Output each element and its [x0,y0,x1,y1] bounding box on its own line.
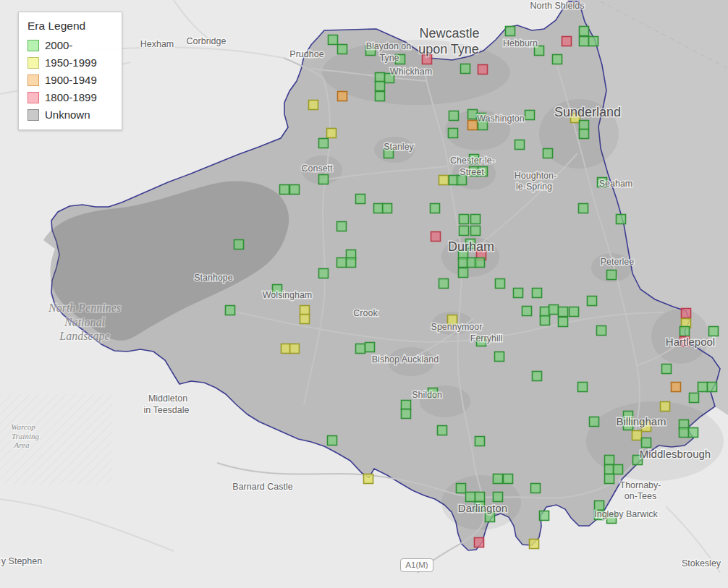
era-marker-g[interactable] [347,258,356,268]
era-marker-g[interactable] [590,417,599,427]
era-marker-g[interactable] [506,27,515,36]
era-marker-g[interactable] [580,129,589,139]
era-marker-g[interactable] [471,215,481,224]
era-marker-g[interactable] [319,175,329,184]
era-marker-g[interactable] [466,493,475,502]
era-marker-y[interactable] [364,474,373,484]
era-marker-g[interactable] [468,110,478,119]
era-marker-g[interactable] [290,185,300,195]
era-marker-g[interactable] [522,307,532,316]
era-marker-g[interactable] [337,222,347,231]
era-marker-g[interactable] [662,365,672,374]
era-marker-g[interactable] [471,226,481,236]
era-marker-g[interactable] [514,289,523,298]
era-marker-g[interactable] [541,307,550,317]
era-marker-g[interactable] [515,140,525,150]
era-marker-g[interactable] [356,195,365,204]
era-marker-g[interactable] [580,37,589,46]
era-marker-g[interactable] [680,327,690,336]
era-marker-g[interactable] [543,149,553,158]
era-marker-o[interactable] [338,92,347,101]
era-marker-g[interactable] [365,343,375,352]
era-marker-g[interactable] [680,428,689,438]
era-marker-r[interactable] [682,309,691,318]
era-marker-y[interactable] [290,344,300,354]
era-marker-g[interactable] [494,474,503,484]
era-marker-r[interactable] [562,37,572,46]
era-marker-g[interactable] [374,204,384,213]
era-marker-g[interactable] [614,465,623,474]
era-marker-g[interactable] [475,437,485,446]
era-marker-g[interactable] [698,383,708,392]
era-marker-g[interactable] [570,307,579,317]
era-marker-g[interactable] [578,383,588,392]
era-marker-g[interactable] [457,484,466,493]
era-marker-g[interactable] [460,226,469,236]
era-marker-r[interactable] [475,538,484,547]
era-marker-g[interactable] [402,409,411,419]
era-marker-y[interactable] [327,129,337,138]
era-marker-g[interactable] [461,64,470,74]
era-marker-g[interactable] [533,289,542,298]
era-marker-g[interactable] [689,428,698,438]
era-marker-g[interactable] [617,215,626,224]
era-marker-g[interactable] [496,279,505,289]
era-marker-o[interactable] [672,383,681,392]
era-marker-g[interactable] [449,111,459,121]
era-marker-g[interactable] [580,121,589,130]
era-marker-y[interactable] [282,344,291,354]
era-marker-g[interactable] [438,426,447,435]
era-marker-g[interactable] [226,306,235,315]
era-marker-g[interactable] [605,465,614,474]
era-marker-g[interactable] [319,139,329,148]
era-marker-g[interactable] [376,92,385,101]
era-marker-r[interactable] [478,65,488,74]
era-marker-g[interactable] [319,269,329,278]
era-marker-g[interactable] [439,279,449,289]
era-marker-r[interactable] [431,232,441,242]
era-marker-g[interactable] [356,344,365,354]
era-marker-g[interactable] [475,258,485,268]
era-marker-g[interactable] [431,204,440,213]
era-marker-g[interactable] [559,318,568,327]
era-marker-g[interactable] [531,484,541,493]
era-marker-y[interactable] [300,315,310,324]
era-marker-g[interactable] [459,258,468,268]
era-marker-g[interactable] [494,493,503,502]
era-marker-g[interactable] [459,268,468,278]
era-marker-g[interactable] [607,270,617,280]
era-marker-g[interactable] [376,73,385,82]
era-marker-g[interactable] [504,474,513,484]
era-marker-g[interactable] [495,352,504,362]
era-marker-y[interactable] [309,101,318,110]
era-marker-y[interactable] [632,431,642,440]
era-marker-g[interactable] [234,240,244,250]
era-marker-g[interactable] [525,111,535,120]
era-marker-g[interactable] [605,456,614,465]
era-marker-g[interactable] [690,393,699,403]
era-marker-g[interactable] [475,493,485,502]
era-marker-g[interactable] [383,204,392,213]
era-marker-g[interactable] [280,185,289,195]
era-marker-g[interactable] [605,474,614,484]
era-marker-g[interactable] [549,305,559,315]
era-marker-g[interactable] [642,438,651,448]
era-marker-g[interactable] [541,316,550,325]
era-marker-g[interactable] [460,215,469,224]
era-marker-g[interactable] [533,372,542,381]
era-marker-g[interactable] [337,258,347,268]
era-marker-g[interactable] [328,436,337,446]
era-marker-g[interactable] [597,326,606,336]
era-marker-g[interactable] [588,297,597,306]
era-marker-y[interactable] [661,402,670,412]
era-marker-g[interactable] [376,82,385,91]
era-marker-g[interactable] [540,511,549,521]
era-marker-g[interactable] [708,383,717,392]
era-marker-o[interactable] [468,121,478,130]
era-marker-g[interactable] [589,37,598,46]
era-marker-g[interactable] [709,327,719,336]
era-marker-g[interactable] [580,27,589,36]
era-marker-g[interactable] [559,307,568,317]
era-marker-g[interactable] [449,129,458,138]
era-marker-y[interactable] [530,540,539,549]
